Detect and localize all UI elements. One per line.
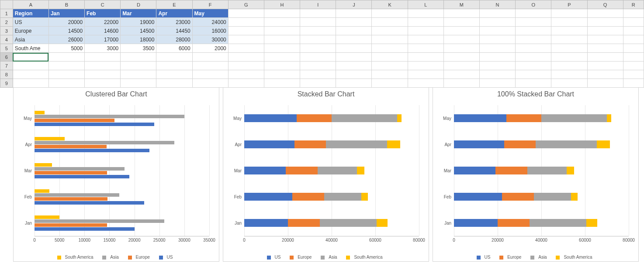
cell[interactable] bbox=[48, 79, 84, 88]
cell[interactable] bbox=[551, 18, 587, 27]
cell[interactable] bbox=[623, 70, 644, 79]
row-header[interactable]: 6 bbox=[0, 53, 13, 62]
col-header[interactable]: K bbox=[372, 0, 408, 9]
cell[interactable] bbox=[121, 53, 156, 62]
col-header[interactable]: Q bbox=[587, 0, 623, 9]
cell[interactable] bbox=[228, 79, 264, 88]
cell[interactable] bbox=[228, 44, 264, 53]
cell[interactable] bbox=[13, 62, 48, 70]
cell[interactable] bbox=[587, 44, 623, 53]
cell[interactable] bbox=[300, 9, 336, 18]
cell[interactable]: Jan bbox=[48, 9, 84, 18]
cell[interactable] bbox=[48, 62, 84, 70]
cell[interactable] bbox=[551, 9, 587, 18]
cell[interactable] bbox=[623, 18, 644, 27]
cell[interactable] bbox=[156, 79, 192, 88]
cell[interactable] bbox=[479, 18, 515, 27]
cell[interactable] bbox=[156, 53, 192, 62]
cell[interactable] bbox=[551, 53, 587, 62]
cell[interactable] bbox=[479, 44, 515, 53]
cell[interactable]: 3500 bbox=[121, 44, 156, 53]
cell[interactable]: Region bbox=[13, 9, 48, 18]
chart-100pct-stacked-bar[interactable]: 100% Stacked Bar Chart 02000040000600008… bbox=[433, 87, 639, 262]
cell[interactable] bbox=[372, 53, 408, 62]
cell[interactable] bbox=[336, 44, 372, 53]
cell[interactable] bbox=[264, 18, 300, 27]
cell[interactable] bbox=[156, 70, 192, 79]
cell[interactable] bbox=[372, 35, 408, 44]
cell[interactable] bbox=[443, 27, 479, 35]
cell[interactable] bbox=[479, 35, 515, 44]
cell[interactable] bbox=[372, 70, 408, 79]
cell[interactable] bbox=[156, 62, 192, 70]
cell[interactable]: US bbox=[13, 18, 48, 27]
cell[interactable] bbox=[300, 44, 336, 53]
spreadsheet-grid[interactable]: A B C D E F G H I J K L M N O P Q bbox=[0, 0, 644, 85]
cell[interactable] bbox=[372, 27, 408, 35]
cell[interactable] bbox=[408, 79, 443, 88]
table-row[interactable]: 3Europe1450014600145001445016000 bbox=[0, 27, 644, 35]
cell[interactable]: 14600 bbox=[85, 27, 121, 35]
cell[interactable] bbox=[85, 62, 121, 70]
col-header[interactable]: C bbox=[85, 0, 121, 9]
cell[interactable]: 26000 bbox=[48, 35, 84, 44]
table-row[interactable]: 6 bbox=[0, 53, 644, 62]
cell[interactable]: 19000 bbox=[121, 18, 156, 27]
cell[interactable] bbox=[336, 18, 372, 27]
col-header[interactable]: I bbox=[300, 0, 336, 9]
cell[interactable] bbox=[300, 18, 336, 27]
cell[interactable]: 6000 bbox=[156, 44, 192, 53]
cell[interactable] bbox=[587, 62, 623, 70]
col-header[interactable]: H bbox=[264, 0, 300, 9]
cell[interactable] bbox=[443, 79, 479, 88]
cell[interactable] bbox=[443, 44, 479, 53]
cell[interactable] bbox=[443, 62, 479, 70]
col-header[interactable]: R bbox=[623, 0, 644, 9]
cell[interactable] bbox=[300, 62, 336, 70]
cell[interactable] bbox=[551, 44, 587, 53]
cell[interactable] bbox=[228, 35, 264, 44]
cell[interactable] bbox=[479, 53, 515, 62]
cell[interactable]: 14500 bbox=[48, 27, 84, 35]
cell[interactable] bbox=[408, 70, 443, 79]
cell[interactable] bbox=[264, 44, 300, 53]
cell[interactable]: 16000 bbox=[192, 27, 228, 35]
cell[interactable] bbox=[48, 70, 84, 79]
cell[interactable] bbox=[372, 18, 408, 27]
cell[interactable] bbox=[228, 27, 264, 35]
cell[interactable] bbox=[516, 18, 551, 27]
cell[interactable]: Europe bbox=[13, 27, 48, 35]
cell[interactable] bbox=[192, 62, 228, 70]
cell[interactable] bbox=[336, 70, 372, 79]
cell[interactable] bbox=[336, 62, 372, 70]
row-header[interactable]: 1 bbox=[0, 9, 13, 18]
cell[interactable] bbox=[228, 70, 264, 79]
cell[interactable]: 14450 bbox=[156, 27, 192, 35]
table-row[interactable]: 7 bbox=[0, 62, 644, 70]
cell[interactable] bbox=[443, 35, 479, 44]
cell[interactable] bbox=[408, 62, 443, 70]
col-header[interactable]: L bbox=[408, 0, 443, 9]
cell[interactable] bbox=[300, 53, 336, 62]
cell[interactable] bbox=[48, 53, 84, 62]
cell[interactable] bbox=[587, 27, 623, 35]
col-header[interactable]: E bbox=[156, 0, 192, 9]
cell[interactable] bbox=[516, 35, 551, 44]
cell[interactable] bbox=[300, 27, 336, 35]
col-header[interactable]: P bbox=[551, 0, 587, 9]
col-header[interactable]: A bbox=[13, 0, 48, 9]
cell[interactable] bbox=[264, 79, 300, 88]
cell[interactable] bbox=[479, 27, 515, 35]
cell[interactable] bbox=[443, 70, 479, 79]
cell[interactable] bbox=[13, 53, 48, 62]
cell[interactable]: 28000 bbox=[156, 35, 192, 44]
cell[interactable] bbox=[13, 79, 48, 88]
row-header[interactable]: 3 bbox=[0, 27, 13, 35]
cell[interactable] bbox=[408, 53, 443, 62]
col-header[interactable]: O bbox=[516, 0, 551, 9]
cell[interactable] bbox=[408, 18, 443, 27]
cell[interactable] bbox=[623, 44, 644, 53]
col-header[interactable]: G bbox=[228, 0, 264, 9]
cell[interactable] bbox=[264, 27, 300, 35]
column-header-row[interactable]: A B C D E F G H I J K L M N O P Q bbox=[0, 0, 644, 9]
